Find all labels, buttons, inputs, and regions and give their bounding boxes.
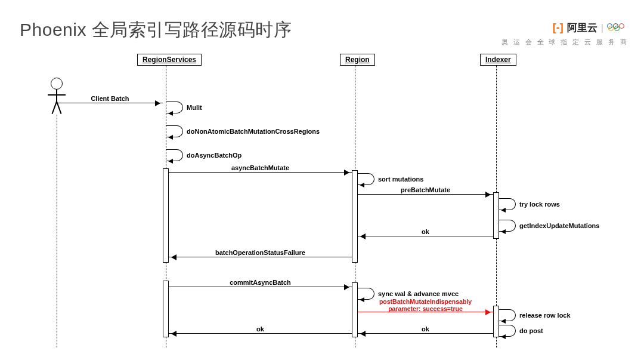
self-release-row-lock: release row lock (499, 309, 516, 321)
brand-name: 阿里云 (567, 21, 597, 35)
self-do-async-batch-op: doAsyncBatchOp (166, 149, 183, 161)
msg-batch-op-failure: batchOperationStatusFailure (169, 257, 352, 257)
brand-tagline: 奥 运 会 全 球 指 定 云 服 务 商 (501, 38, 628, 47)
olympic-rings-icon (607, 23, 628, 33)
activation-region-2 (352, 282, 358, 337)
activation-region-services-1 (163, 168, 169, 263)
self-mulit: Mulit (166, 101, 183, 113)
participant-region-services: RegionServices (137, 54, 202, 66)
msg-commit-async-batch: commitAsyncBatch (169, 287, 352, 287)
actor-lifeline (57, 115, 57, 347)
actor-icon (48, 78, 66, 115)
self-get-index-update: getIndexUpdateMutations (499, 220, 516, 232)
self-sort-mutations: sort mutations (358, 173, 374, 185)
self-do-non-atomic: doNonAtomicBatchMutationCrossRegions (166, 125, 183, 137)
msg-post-batch-mutate: postBatchMutateIndispensablyparameter: s… (358, 312, 493, 312)
sequence-diagram: RegionServices Region Indexer Client Bat… (36, 54, 632, 352)
activation-region-services-2 (163, 281, 169, 337)
page-title: Phoenix 全局索引写路径源码时序 (20, 18, 292, 42)
msg-async-batch-mutate: asyncBatchMutate (169, 172, 352, 173)
msg-ok-3: ok (169, 333, 352, 334)
self-try-lock-rows: try lock rows (499, 198, 516, 210)
aliyun-bracket-icon: [-] (553, 21, 564, 34)
msg-ok-2: ok (358, 333, 493, 334)
msg-ok-1: ok (358, 236, 493, 236)
participant-indexer: Indexer (480, 54, 516, 66)
brand-divider: | (601, 23, 603, 33)
self-do-post: do post (499, 325, 516, 337)
msg-pre-batch-mutate: preBatchMutate (358, 194, 493, 195)
participant-region: Region (340, 54, 375, 66)
msg-client-batch: Client Batch (57, 103, 163, 103)
brand-block: [-] 阿里云 | 奥 运 会 全 球 指 定 云 服 务 商 (501, 21, 628, 47)
